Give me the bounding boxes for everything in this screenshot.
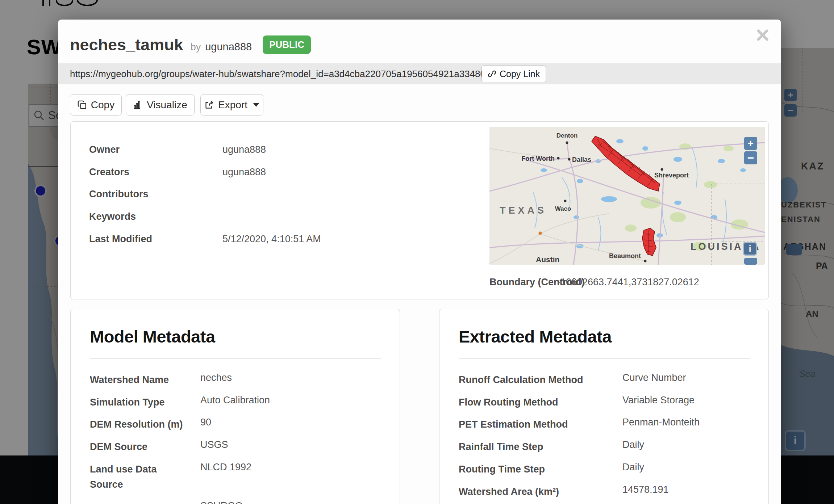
metadata-label: DEM Source	[90, 439, 147, 454]
overview-row-label: Creators	[89, 167, 129, 178]
metadata-value: SSURGO	[200, 500, 243, 504]
minimap-state-label: TEXAS	[500, 205, 547, 216]
minimap-control-button[interactable]	[744, 258, 757, 265]
minimap-zoom-out-button[interactable]: −	[744, 151, 757, 164]
export-button[interactable]: Export	[200, 94, 263, 116]
minimap-city-label: Dallas	[572, 156, 591, 163]
visualize-button-label: Visualize	[147, 99, 187, 111]
metadata-label: Watershed Name	[90, 372, 169, 387]
model-detail-dialog: neches_tamuk by uguna888 PUBLIC https://…	[58, 20, 781, 504]
metadata-label: Routing Time Step	[459, 462, 545, 477]
boundary-value: -10602663.7441,3731827.02612	[557, 277, 699, 288]
metadata-value: USGS	[200, 439, 228, 450]
minimap-city-label: Fort Worth	[521, 155, 555, 162]
metadata-label: Watershed Area (km²)	[459, 484, 559, 499]
export-button-label: Export	[218, 99, 247, 111]
overview-row-label: Keywords	[89, 211, 136, 222]
dialog-header: neches_tamuk by uguna888 PUBLIC	[70, 35, 311, 56]
metadata-label: Flow Routing Method	[459, 395, 558, 410]
close-button[interactable]	[756, 28, 772, 44]
metadata-value: 90	[200, 417, 211, 428]
overview-card: Owner uguna888 Creators uguna888 Contrib…	[70, 121, 769, 299]
minimap-city-label: Beaumont	[609, 252, 641, 260]
copy-icon	[77, 100, 87, 110]
share-url-bar: https://mygeohub.org/groups/water-hub/sw…	[58, 63, 781, 84]
metadata-label: Land use Data Source	[90, 462, 162, 492]
author-name[interactable]: uguna888	[205, 41, 252, 53]
share-url: https://mygeohub.org/groups/water-hub/sw…	[70, 68, 496, 80]
metadata-label: Simulation Type	[90, 395, 165, 410]
overview-row-value: uguna888	[222, 167, 266, 178]
byline-label: by	[191, 42, 201, 53]
metadata-label: PET Estimation Method	[459, 417, 568, 432]
overview-row-value: 5/12/2020, 4:10:51 AM	[222, 234, 321, 245]
metadata-value: Variable Storage	[622, 395, 695, 406]
metadata-value: NLCD 1992	[200, 462, 251, 473]
close-icon	[756, 28, 770, 42]
link-icon	[488, 70, 496, 78]
visualize-button[interactable]: Visualize	[126, 94, 195, 116]
minimap-city-label: Denton	[556, 132, 578, 139]
overview-row-label: Contributors	[89, 189, 148, 200]
chevron-down-icon	[253, 103, 259, 107]
extracted-metadata-card: Extracted Metadata Runoff Calculation Me…	[439, 309, 769, 504]
extracted-metadata-heading: Extracted Metadata	[459, 327, 612, 346]
metadata-value: neches	[200, 372, 232, 383]
metadata-label: DEM Resolution (m)	[90, 417, 183, 432]
divider	[459, 358, 750, 359]
bar-chart-icon	[133, 100, 143, 110]
minimap-canvas: Denton Fort Worth Dallas Shreveport Waco…	[489, 127, 765, 265]
model-metadata-card: Model Metadata Watershed Name neches Sim…	[70, 309, 400, 504]
minimap-city-label: Shreveport	[654, 172, 689, 179]
metadata-label: Soil Data Source	[90, 500, 168, 504]
metadata-value: Daily	[622, 439, 644, 450]
divider	[90, 358, 381, 359]
metadata-value: Curve Number	[622, 372, 686, 383]
copy-link-label: Copy Link	[500, 69, 540, 79]
model-metadata-heading: Model Metadata	[90, 327, 215, 346]
minimap-city-label: Waco	[555, 205, 571, 212]
metadata-value: Penman-Monteith	[622, 417, 700, 428]
export-icon	[204, 100, 214, 110]
watershed-minimap[interactable]: Denton Fort Worth Dallas Shreveport Waco…	[489, 127, 765, 265]
minimap-info-button[interactable]: i	[743, 242, 757, 256]
model-title: neches_tamuk	[70, 35, 183, 54]
overview-row-label: Last Modified	[89, 234, 152, 245]
metadata-label: Runoff Calculation Method	[459, 372, 583, 387]
copy-button[interactable]: Copy	[70, 94, 122, 116]
overview-row-value: uguna888	[222, 144, 266, 155]
metadata-value: Auto Calibration	[200, 395, 270, 406]
metadata-value: 14578.191	[622, 484, 669, 495]
overview-row-label: Owner	[89, 144, 120, 155]
copy-link-button[interactable]: Copy Link	[481, 66, 546, 82]
minimap-city-label: Austin	[536, 255, 559, 264]
minimap-zoom-in-button[interactable]: +	[744, 137, 757, 150]
visibility-badge: PUBLIC	[263, 35, 311, 54]
metadata-value: Daily	[622, 462, 644, 473]
metadata-label: Rainfall Time Step	[459, 439, 543, 454]
copy-button-label: Copy	[91, 99, 114, 111]
